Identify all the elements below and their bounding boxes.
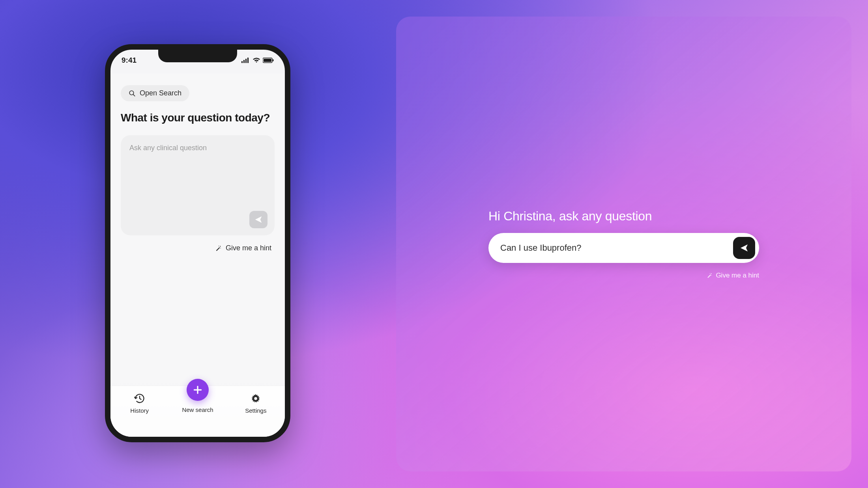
svg-rect-3 xyxy=(247,58,249,63)
svg-line-8 xyxy=(133,94,135,96)
wand-icon xyxy=(215,245,222,252)
hint-button[interactable]: Give me a hint xyxy=(121,244,275,252)
svg-point-15 xyxy=(710,273,710,274)
tab-new-search-label: New search xyxy=(182,406,213,413)
svg-rect-1 xyxy=(243,60,245,63)
hint-label: Give me a hint xyxy=(226,244,271,252)
question-input-placeholder: Ask any clinical question xyxy=(129,144,207,152)
svg-point-9 xyxy=(220,246,221,246)
question-input-card[interactable]: Ask any clinical question xyxy=(121,135,275,235)
svg-rect-5 xyxy=(264,59,271,62)
send-icon xyxy=(254,215,263,224)
hint-label: Give me a hint xyxy=(716,272,759,279)
svg-rect-0 xyxy=(241,61,243,63)
cellular-icon xyxy=(241,58,250,63)
svg-rect-2 xyxy=(245,59,247,63)
svg-point-10 xyxy=(219,246,219,246)
phone-mockup: 9:41 Open Search What is your question t… xyxy=(105,44,290,442)
hint-button[interactable]: Give me a hint xyxy=(488,272,759,279)
tab-settings[interactable]: Settings xyxy=(234,392,277,414)
svg-point-14 xyxy=(711,273,712,274)
svg-rect-6 xyxy=(273,60,274,61)
svg-point-11 xyxy=(220,248,221,248)
status-icons xyxy=(241,58,274,63)
greeting: Hi Christina, ask any question xyxy=(488,209,759,224)
gear-icon xyxy=(250,393,261,404)
tabbar: History New search Settings xyxy=(110,386,285,437)
send-icon xyxy=(739,243,749,253)
tab-new-search[interactable]: New search xyxy=(176,392,219,413)
wand-icon xyxy=(706,272,713,279)
battery-icon xyxy=(263,58,274,63)
question-input[interactable]: Can I use Ibuprofen? xyxy=(488,233,759,263)
plus-icon xyxy=(193,385,203,395)
tab-settings-label: Settings xyxy=(245,407,266,414)
phone-screen: Open Search What is your question today?… xyxy=(110,73,285,437)
page-heading: What is your question today? xyxy=(121,112,275,124)
history-icon xyxy=(134,393,145,404)
wifi-icon xyxy=(253,58,260,63)
open-search-label: Open Search xyxy=(140,89,181,97)
open-search-pill[interactable]: Open Search xyxy=(121,85,189,101)
status-bar: 9:41 xyxy=(110,54,285,66)
status-time: 9:41 xyxy=(122,56,137,65)
tab-history[interactable]: History xyxy=(118,392,161,414)
send-button[interactable] xyxy=(249,211,268,228)
question-input-value: Can I use Ibuprofen? xyxy=(500,243,733,253)
new-search-fab[interactable] xyxy=(187,379,209,401)
send-button[interactable] xyxy=(733,237,755,259)
tab-history-label: History xyxy=(130,407,149,414)
desktop-panel: Hi Christina, ask any question Can I use… xyxy=(396,17,851,471)
svg-point-16 xyxy=(711,275,712,275)
search-icon xyxy=(129,90,136,97)
svg-point-13 xyxy=(254,397,257,400)
